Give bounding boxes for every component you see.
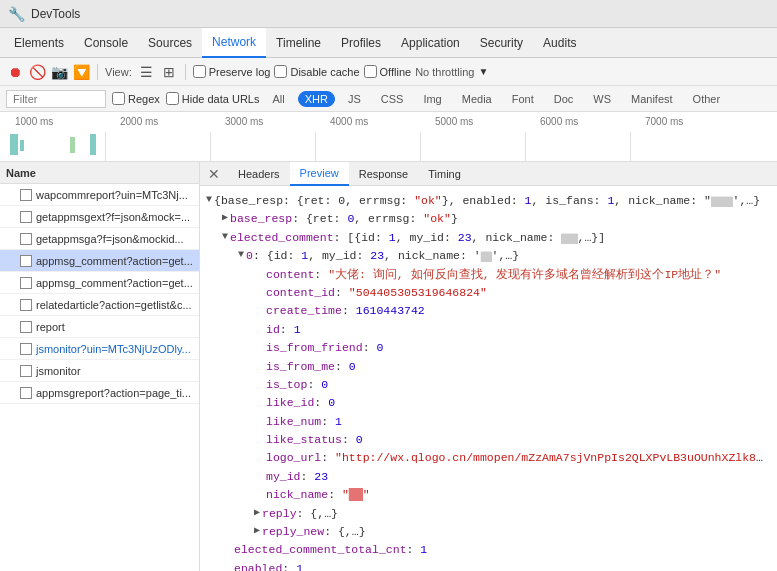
offline-group: Offline bbox=[364, 65, 412, 78]
json-content: id: 1 bbox=[266, 321, 301, 339]
json-content: enabled: 1 bbox=[234, 560, 303, 571]
type-xhr-button[interactable]: XHR bbox=[298, 91, 335, 107]
json-line: elected_comment_total_cnt: 1 bbox=[206, 541, 771, 559]
json-line: content_id: "504405305319646824" bbox=[206, 284, 771, 302]
request-name: appmsgreport?action=page_ti... bbox=[36, 387, 191, 399]
disable-cache-checkbox[interactable] bbox=[274, 65, 287, 78]
detail-tab-preview[interactable]: Preview bbox=[290, 162, 349, 186]
list-item[interactable]: report bbox=[0, 316, 199, 338]
type-all-button[interactable]: All bbox=[265, 91, 291, 107]
devtools-icon: 🔧 bbox=[8, 6, 25, 22]
json-line: ▶ base_resp: {ret: 0, errmsg: "ok"} bbox=[206, 210, 771, 228]
json-line: id: 1 bbox=[206, 321, 771, 339]
json-line: like_id: 0 bbox=[206, 394, 771, 412]
request-icon bbox=[20, 343, 32, 355]
json-line: my_id: 23 bbox=[206, 468, 771, 486]
json-content: content_id: "504405305319646824" bbox=[266, 284, 487, 302]
json-content: my_id: 23 bbox=[266, 468, 328, 486]
request-name: report bbox=[36, 321, 65, 333]
clear-button[interactable]: 🚫 bbox=[28, 63, 46, 81]
nav-tabs: Elements Console Sources Network Timelin… bbox=[0, 28, 777, 58]
camera-button[interactable]: 📷 bbox=[50, 63, 68, 81]
filter-input[interactable] bbox=[6, 90, 106, 108]
json-line: ▶ reply_new: {,…} bbox=[206, 523, 771, 541]
detail-tab-headers[interactable]: Headers bbox=[228, 162, 290, 186]
tab-audits[interactable]: Audits bbox=[533, 28, 586, 58]
timeline-bar bbox=[70, 137, 75, 153]
type-media-button[interactable]: Media bbox=[455, 91, 499, 107]
tab-application[interactable]: Application bbox=[391, 28, 470, 58]
preserve-log-checkbox[interactable] bbox=[193, 65, 206, 78]
titlebar-title: DevTools bbox=[31, 7, 80, 21]
detail-tabs: ✕ Headers Preview Response Timing bbox=[200, 162, 777, 186]
type-img-button[interactable]: Img bbox=[416, 91, 448, 107]
tab-profiles[interactable]: Profiles bbox=[331, 28, 391, 58]
tab-network[interactable]: Network bbox=[202, 28, 266, 58]
toggle-item-0[interactable]: ▼ bbox=[238, 247, 244, 263]
toggle-elected-comment[interactable]: ▼ bbox=[222, 229, 228, 245]
detail-panel: ✕ Headers Preview Response Timing ▼ {bas… bbox=[200, 162, 777, 571]
list-item[interactable]: relatedarticle?action=getlist&c... bbox=[0, 294, 199, 316]
toggle-reply-new[interactable]: ▶ bbox=[254, 523, 260, 539]
json-line: is_from_friend: 0 bbox=[206, 339, 771, 357]
type-css-button[interactable]: CSS bbox=[374, 91, 411, 107]
record-button[interactable]: ⏺ bbox=[6, 63, 24, 81]
filter-button[interactable]: 🔽 bbox=[72, 63, 90, 81]
tab-console[interactable]: Console bbox=[74, 28, 138, 58]
list-item[interactable]: getappmsga?f=json&mockid... bbox=[0, 228, 199, 250]
request-icon bbox=[20, 189, 32, 201]
toggle-reply[interactable]: ▶ bbox=[254, 505, 260, 521]
list-item[interactable]: wapcommreport?uin=MTc3Nj... bbox=[0, 184, 199, 206]
list-item[interactable]: jsmonitor?uin=MTc3NjUzODly... bbox=[0, 338, 199, 360]
request-icon bbox=[20, 365, 32, 377]
list-item[interactable]: getappmsgext?f=json&mock=... bbox=[0, 206, 199, 228]
timeline: 1000 ms 2000 ms 3000 ms 4000 ms 5000 ms … bbox=[0, 112, 777, 162]
detail-tab-timing[interactable]: Timing bbox=[418, 162, 471, 186]
toggle-root[interactable]: ▼ bbox=[206, 192, 212, 208]
json-content: like_status: 0 bbox=[266, 431, 363, 449]
timeline-label-6: 6000 ms bbox=[540, 116, 578, 127]
regex-group: Regex bbox=[112, 92, 160, 105]
list-item[interactable]: appmsgreport?action=page_ti... bbox=[0, 382, 199, 404]
json-line: is_top: 0 bbox=[206, 376, 771, 394]
tab-timeline[interactable]: Timeline bbox=[266, 28, 331, 58]
tab-sources[interactable]: Sources bbox=[138, 28, 202, 58]
request-name: getappmsgext?f=json&mock=... bbox=[36, 211, 190, 223]
hide-data-urls-group: Hide data URLs bbox=[166, 92, 260, 105]
tab-security[interactable]: Security bbox=[470, 28, 533, 58]
json-content: nick_name: "██" bbox=[266, 486, 370, 504]
regex-checkbox[interactable] bbox=[112, 92, 125, 105]
list-item[interactable]: jsmonitor bbox=[0, 360, 199, 382]
regex-label: Regex bbox=[128, 93, 160, 105]
type-js-button[interactable]: JS bbox=[341, 91, 368, 107]
throttle-dropdown-arrow[interactable]: ▼ bbox=[478, 66, 488, 77]
view-list-button[interactable]: ☰ bbox=[138, 63, 156, 81]
toolbar: ⏺ 🚫 📷 🔽 View: ☰ ⊞ Preserve log Disable c… bbox=[0, 58, 777, 86]
tab-elements[interactable]: Elements bbox=[4, 28, 74, 58]
request-name: jsmonitor bbox=[36, 365, 81, 377]
disable-cache-label: Disable cache bbox=[290, 66, 359, 78]
type-other-button[interactable]: Other bbox=[686, 91, 728, 107]
type-ws-button[interactable]: WS bbox=[586, 91, 618, 107]
json-content: content: "大佬: 询问, 如何反向查找, 发现有许多域名曾经解析到这个… bbox=[266, 266, 721, 284]
json-line: nick_name: "██" bbox=[206, 486, 771, 504]
view-tree-button[interactable]: ⊞ bbox=[160, 63, 178, 81]
offline-checkbox[interactable] bbox=[364, 65, 377, 78]
json-content: is_from_me: 0 bbox=[266, 358, 356, 376]
type-doc-button[interactable]: Doc bbox=[547, 91, 581, 107]
list-item[interactable]: appmsg_comment?action=get... bbox=[0, 250, 199, 272]
request-icon bbox=[20, 255, 32, 267]
json-preview: ▼ {base_resp: {ret: 0, errmsg: "ok"}, en… bbox=[200, 186, 777, 571]
disable-cache-group: Disable cache bbox=[274, 65, 359, 78]
toggle-base-resp[interactable]: ▶ bbox=[222, 210, 228, 226]
list-item[interactable]: appmsg_comment?action=get... bbox=[0, 272, 199, 294]
detail-close-button[interactable]: ✕ bbox=[204, 166, 224, 182]
type-font-button[interactable]: Font bbox=[505, 91, 541, 107]
json-line: logo_url: "http://wx.qlogo.cn/mmopen/mZz… bbox=[206, 449, 771, 467]
hide-data-urls-checkbox[interactable] bbox=[166, 92, 179, 105]
json-line: like_status: 0 bbox=[206, 431, 771, 449]
detail-tab-response[interactable]: Response bbox=[349, 162, 419, 186]
hide-data-urls-label: Hide data URLs bbox=[182, 93, 260, 105]
type-manifest-button[interactable]: Manifest bbox=[624, 91, 680, 107]
json-line: ▼ {base_resp: {ret: 0, errmsg: "ok"}, en… bbox=[206, 192, 771, 210]
